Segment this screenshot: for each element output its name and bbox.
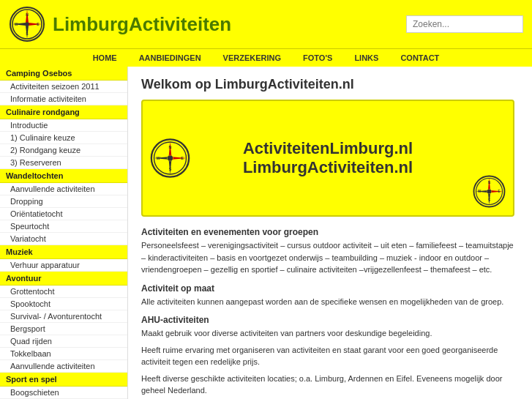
sidebar-link[interactable]: Aanvullende activiteiten: [0, 360, 127, 373]
section-text: Maakt gebruik voor diverse activiteiten …: [141, 327, 519, 340]
sidebar-link[interactable]: Quad rijden: [0, 335, 127, 348]
sidebar-link[interactable]: Bergsport: [0, 323, 127, 335]
nav-bar: HOMEAANBIEDINGENVERZEKERINGFOTO'SLINKSCO…: [0, 48, 532, 67]
sidebar-link[interactable]: 2) Rondgang keuze: [0, 144, 127, 157]
sidebar: Camping OsebosActiviteiten seizoen 2011I…: [0, 67, 128, 399]
section-title: AHU-activiteiten: [141, 315, 519, 325]
nav-item-fotos[interactable]: FOTO'S: [303, 53, 332, 62]
sidebar-link[interactable]: Introductie: [0, 119, 127, 132]
content-area: Welkom op LimburgActiviteiten.nl N S W E…: [128, 67, 532, 399]
svg-text:W: W: [478, 190, 482, 193]
sidebar-link[interactable]: Oriëntatietocht: [0, 208, 127, 220]
section-title: Activiteit op maat: [141, 283, 519, 294]
banner-line1: ActiviteitenLimburg.nl: [243, 139, 413, 158]
sidebar-link[interactable]: 3) Reserveren: [0, 157, 127, 169]
sidebar-link[interactable]: Dropping: [0, 195, 127, 208]
banner-text-block: ActiviteitenLimburg.nl LimburgActiviteit…: [243, 139, 413, 177]
content-sections: Activiteiten en evenementen voor groepen…: [141, 227, 519, 399]
sidebar-category: Wandeltochten: [0, 169, 127, 183]
sidebar-category: Camping Osebos: [0, 67, 127, 81]
sidebar-link[interactable]: 1) Culinaire keuze: [0, 132, 127, 144]
logo-compass-icon: N S W E: [9, 6, 45, 42]
sidebar-category: Muziek: [0, 245, 127, 259]
svg-text:N: N: [169, 145, 172, 149]
section-text: Heeft ruime ervaring met organiseren van…: [141, 344, 519, 368]
sidebar-link[interactable]: Grottentocht: [0, 286, 127, 298]
svg-text:E: E: [498, 190, 500, 193]
section-text: Personeelsfeest – verenigingsactiviteit …: [141, 239, 519, 276]
nav-item-links[interactable]: LINKS: [354, 53, 378, 62]
svg-text:S: S: [488, 198, 490, 202]
svg-point-24: [487, 190, 492, 194]
search-input[interactable]: [406, 15, 523, 33]
banner-image: N S W E ActiviteitenLimburg.nl LimburgAc…: [141, 100, 514, 217]
sidebar-link[interactable]: Tokkelbaan: [0, 348, 127, 360]
sidebar-link[interactable]: Variatocht: [0, 233, 127, 245]
nav-item-home[interactable]: HOME: [93, 53, 117, 62]
sidebar-link[interactable]: Informatie activiteiten: [0, 93, 127, 105]
sidebar-link[interactable]: Survival- / Avonturentocht: [0, 310, 127, 323]
nav-item-aanbiedingen[interactable]: AANBIEDINGEN: [139, 53, 201, 62]
svg-point-2: [25, 22, 29, 26]
svg-text:W: W: [156, 156, 160, 160]
sidebar-link[interactable]: Boogschieten: [0, 387, 127, 399]
banner-line2: LimburgActiviteiten.nl: [243, 158, 413, 177]
header: N S W E LimburgActiviteiten: [0, 0, 532, 48]
page-heading: Welkom op LimburgActiviteiten.nl: [141, 77, 519, 92]
sidebar-category: Culinaire rondgang: [0, 105, 127, 119]
nav-item-verzekering[interactable]: VERZEKERING: [223, 53, 281, 62]
svg-text:E: E: [181, 156, 184, 160]
section-title: Activiteiten en evenementen voor groepen: [141, 227, 519, 237]
sidebar-link[interactable]: Verhuur apparatuur: [0, 259, 127, 272]
banner-compass-left-icon: N S W E: [150, 138, 190, 179]
svg-text:W: W: [15, 22, 18, 26]
sidebar-link[interactable]: Activiteiten seizoen 2011: [0, 81, 127, 93]
section-text: Heeft diverse geschikte activiteiten loc…: [141, 373, 519, 397]
sidebar-link[interactable]: Speurtocht: [0, 220, 127, 233]
svg-text:N: N: [26, 12, 29, 17]
site-title: LimburgActiviteiten: [53, 13, 231, 36]
svg-point-13: [168, 155, 173, 160]
logo-area: N S W E LimburgActiviteiten: [9, 6, 231, 42]
nav-item-contact[interactable]: CONTACT: [400, 53, 439, 62]
banner-compass-right-icon: N S W E: [473, 175, 506, 208]
sidebar-link[interactable]: Aanvullende activiteiten: [0, 183, 127, 195]
svg-text:N: N: [488, 181, 490, 184]
svg-text:S: S: [169, 167, 172, 171]
main-layout: Camping OsebosActiviteiten seizoen 2011I…: [0, 67, 532, 399]
sidebar-category: Sport en spel: [0, 373, 127, 387]
section-text: Alle activiteiten kunnen aangepast worde…: [141, 296, 519, 308]
sidebar-category: Avontuur: [0, 272, 127, 286]
sidebar-link[interactable]: Spooktocht: [0, 298, 127, 310]
